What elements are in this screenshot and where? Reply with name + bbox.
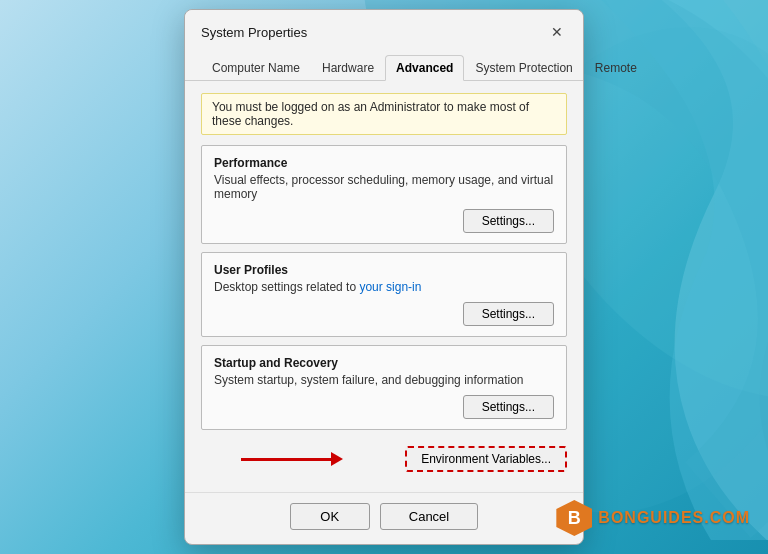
cancel-button[interactable]: Cancel (380, 503, 478, 530)
title-bar: System Properties ✕ (185, 10, 583, 42)
watermark-text: BONGUIDES.COM (598, 509, 750, 527)
tab-content: You must be logged on as an Administrato… (185, 81, 583, 488)
user-profiles-title: User Profiles (214, 263, 554, 277)
user-profiles-description: Desktop settings related to your sign-in (214, 280, 554, 294)
dialog-title: System Properties (201, 25, 307, 40)
watermark-icon: B (556, 500, 592, 536)
performance-settings-row: Settings... (214, 209, 554, 233)
sign-in-link[interactable]: your sign-in (359, 280, 421, 294)
environment-variables-button[interactable]: Environment Variables... (405, 446, 567, 472)
performance-settings-button[interactable]: Settings... (463, 209, 554, 233)
user-profiles-settings-row: Settings... (214, 302, 554, 326)
tab-system-protection[interactable]: System Protection (464, 55, 583, 81)
close-button[interactable]: ✕ (547, 22, 567, 42)
dialog-overlay: System Properties ✕ Computer Name Hardwa… (0, 0, 768, 554)
dialog-footer: OK Cancel (185, 492, 583, 544)
tab-remote[interactable]: Remote (584, 55, 648, 81)
performance-section: Performance Visual effects, processor sc… (201, 145, 567, 244)
info-bar: You must be logged on as an Administrato… (201, 93, 567, 135)
tab-bar: Computer Name Hardware Advanced System P… (185, 46, 583, 81)
user-profiles-section: User Profiles Desktop settings related t… (201, 252, 567, 337)
ok-button[interactable]: OK (290, 503, 370, 530)
startup-settings-row: Settings... (214, 395, 554, 419)
user-profiles-settings-button[interactable]: Settings... (463, 302, 554, 326)
system-properties-dialog: System Properties ✕ Computer Name Hardwa… (184, 9, 584, 545)
startup-section: Startup and Recovery System startup, sys… (201, 345, 567, 430)
environment-variables-row: Environment Variables... (201, 438, 567, 476)
arrow-indicator (241, 452, 343, 466)
performance-description: Visual effects, processor scheduling, me… (214, 173, 554, 201)
arrow-shaft (241, 458, 331, 461)
startup-title: Startup and Recovery (214, 356, 554, 370)
watermark-letter: B (568, 508, 581, 529)
tab-hardware[interactable]: Hardware (311, 55, 385, 81)
watermark: B BONGUIDES.COM (556, 500, 750, 536)
startup-description: System startup, system failure, and debu… (214, 373, 554, 387)
tab-computer-name[interactable]: Computer Name (201, 55, 311, 81)
arrow-head (331, 452, 343, 466)
startup-settings-button[interactable]: Settings... (463, 395, 554, 419)
tab-advanced[interactable]: Advanced (385, 55, 464, 81)
performance-title: Performance (214, 156, 554, 170)
